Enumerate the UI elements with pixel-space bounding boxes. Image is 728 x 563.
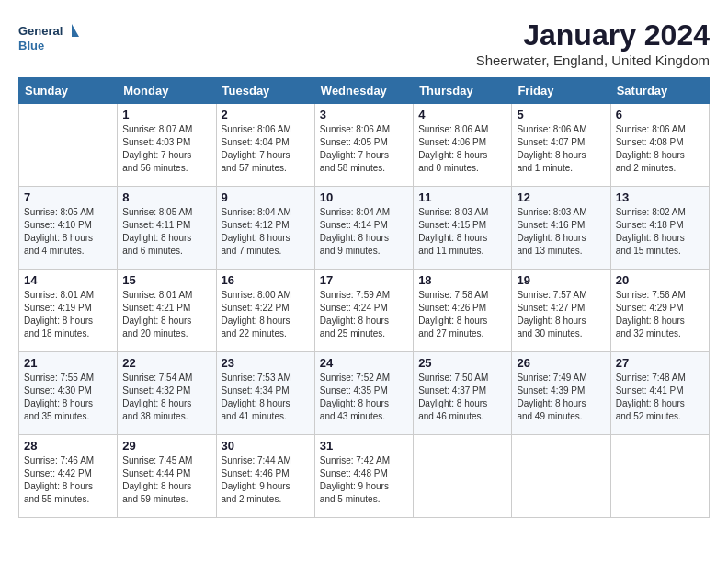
calendar-cell: 11Sunrise: 8:03 AMSunset: 4:15 PMDayligh…	[414, 187, 512, 270]
calendar-cell: 5Sunrise: 8:06 AMSunset: 4:07 PMDaylight…	[512, 104, 610, 187]
calendar-week-row: 28Sunrise: 7:46 AMSunset: 4:42 PMDayligh…	[19, 435, 710, 518]
day-number: 8	[122, 190, 210, 204]
calendar-cell: 29Sunrise: 7:45 AMSunset: 4:44 PMDayligh…	[118, 435, 216, 518]
col-header-wednesday: Wednesday	[314, 78, 413, 104]
calendar-cell: 8Sunrise: 8:05 AMSunset: 4:11 PMDaylight…	[118, 187, 216, 270]
logo-svg: General Blue	[18, 18, 83, 57]
calendar-cell: 10Sunrise: 8:04 AMSunset: 4:14 PMDayligh…	[314, 187, 413, 270]
calendar-cell: 24Sunrise: 7:52 AMSunset: 4:35 PMDayligh…	[314, 352, 413, 435]
day-number: 18	[418, 273, 506, 287]
day-info: Sunrise: 7:59 AMSunset: 4:24 PMDaylight:…	[320, 289, 408, 340]
day-number: 15	[122, 273, 210, 287]
day-number: 7	[24, 190, 112, 204]
day-info: Sunrise: 8:01 AMSunset: 4:21 PMDaylight:…	[122, 289, 210, 340]
calendar-cell: 23Sunrise: 7:53 AMSunset: 4:34 PMDayligh…	[216, 352, 314, 435]
day-number: 25	[418, 356, 506, 370]
day-info: Sunrise: 8:01 AMSunset: 4:19 PMDaylight:…	[24, 289, 112, 340]
calendar-cell: 26Sunrise: 7:49 AMSunset: 4:39 PMDayligh…	[512, 352, 610, 435]
calendar-cell: 7Sunrise: 8:05 AMSunset: 4:10 PMDaylight…	[19, 187, 118, 270]
day-info: Sunrise: 8:06 AMSunset: 4:04 PMDaylight:…	[222, 123, 310, 175]
day-info: Sunrise: 7:50 AMSunset: 4:37 PMDaylight:…	[418, 372, 506, 423]
calendar-cell: 6Sunrise: 8:06 AMSunset: 4:08 PMDaylight…	[610, 104, 709, 187]
month-title: January 2024	[476, 18, 710, 52]
day-number: 12	[517, 190, 605, 204]
logo: General Blue	[18, 18, 83, 57]
day-number: 30	[222, 439, 310, 453]
calendar-cell: 2Sunrise: 8:06 AMSunset: 4:04 PMDaylight…	[216, 104, 314, 187]
day-info: Sunrise: 8:06 AMSunset: 4:08 PMDaylight:…	[616, 123, 704, 175]
day-info: Sunrise: 7:57 AMSunset: 4:27 PMDaylight:…	[517, 289, 605, 340]
day-number: 31	[320, 439, 408, 453]
day-info: Sunrise: 7:53 AMSunset: 4:34 PMDaylight:…	[222, 372, 310, 423]
day-info: Sunrise: 7:49 AMSunset: 4:39 PMDaylight:…	[517, 372, 605, 423]
calendar-week-row: 14Sunrise: 8:01 AMSunset: 4:19 PMDayligh…	[19, 270, 710, 352]
day-number: 24	[320, 356, 408, 370]
day-info: Sunrise: 7:54 AMSunset: 4:32 PMDaylight:…	[122, 372, 210, 423]
calendar-cell: 28Sunrise: 7:46 AMSunset: 4:42 PMDayligh…	[19, 435, 118, 518]
calendar-cell	[414, 435, 512, 518]
calendar-cell: 30Sunrise: 7:44 AMSunset: 4:46 PMDayligh…	[216, 435, 314, 518]
day-number: 27	[616, 356, 704, 370]
calendar-cell: 25Sunrise: 7:50 AMSunset: 4:37 PMDayligh…	[414, 352, 512, 435]
svg-marker-2	[72, 24, 79, 37]
day-number: 20	[616, 273, 704, 287]
day-info: Sunrise: 8:05 AMSunset: 4:11 PMDaylight:…	[122, 206, 210, 258]
calendar-week-row: 7Sunrise: 8:05 AMSunset: 4:10 PMDaylight…	[19, 187, 710, 270]
day-info: Sunrise: 7:58 AMSunset: 4:26 PMDaylight:…	[418, 289, 506, 340]
calendar-cell: 3Sunrise: 8:06 AMSunset: 4:05 PMDaylight…	[314, 104, 413, 187]
calendar-week-row: 21Sunrise: 7:55 AMSunset: 4:30 PMDayligh…	[19, 352, 710, 435]
calendar-cell: 13Sunrise: 8:02 AMSunset: 4:18 PMDayligh…	[610, 187, 709, 270]
svg-text:General: General	[18, 24, 63, 38]
day-info: Sunrise: 7:56 AMSunset: 4:29 PMDaylight:…	[616, 289, 704, 340]
location-subtitle: Sheerwater, England, United Kingdom	[476, 52, 710, 68]
calendar-cell	[19, 104, 118, 187]
title-block: January 2024 Sheerwater, England, United…	[476, 18, 710, 68]
day-number: 29	[122, 439, 210, 453]
calendar-cell: 15Sunrise: 8:01 AMSunset: 4:21 PMDayligh…	[118, 270, 216, 352]
day-number: 19	[517, 273, 605, 287]
day-number: 4	[418, 108, 506, 121]
day-number: 23	[222, 356, 310, 370]
calendar-cell: 4Sunrise: 8:06 AMSunset: 4:06 PMDaylight…	[414, 104, 512, 187]
day-info: Sunrise: 8:00 AMSunset: 4:22 PMDaylight:…	[222, 289, 310, 340]
calendar-cell: 22Sunrise: 7:54 AMSunset: 4:32 PMDayligh…	[118, 352, 216, 435]
day-number: 10	[320, 190, 408, 204]
day-number: 9	[222, 190, 310, 204]
day-info: Sunrise: 8:06 AMSunset: 4:06 PMDaylight:…	[418, 123, 506, 175]
day-info: Sunrise: 8:05 AMSunset: 4:10 PMDaylight:…	[24, 206, 112, 258]
day-info: Sunrise: 8:03 AMSunset: 4:15 PMDaylight:…	[418, 206, 506, 258]
day-info: Sunrise: 7:55 AMSunset: 4:30 PMDaylight:…	[24, 372, 112, 423]
col-header-saturday: Saturday	[610, 78, 709, 104]
day-info: Sunrise: 8:06 AMSunset: 4:07 PMDaylight:…	[517, 123, 605, 175]
day-number: 16	[222, 273, 310, 287]
day-info: Sunrise: 8:06 AMSunset: 4:05 PMDaylight:…	[320, 123, 408, 175]
calendar-cell: 1Sunrise: 8:07 AMSunset: 4:03 PMDaylight…	[118, 104, 216, 187]
calendar-cell: 21Sunrise: 7:55 AMSunset: 4:30 PMDayligh…	[19, 352, 118, 435]
day-number: 6	[616, 108, 704, 121]
svg-text:Blue: Blue	[18, 39, 44, 52]
day-info: Sunrise: 8:07 AMSunset: 4:03 PMDaylight:…	[122, 123, 210, 175]
calendar-cell: 18Sunrise: 7:58 AMSunset: 4:26 PMDayligh…	[414, 270, 512, 352]
day-info: Sunrise: 7:44 AMSunset: 4:46 PMDaylight:…	[222, 454, 310, 506]
calendar-week-row: 1Sunrise: 8:07 AMSunset: 4:03 PMDaylight…	[19, 104, 710, 187]
day-info: Sunrise: 7:52 AMSunset: 4:35 PMDaylight:…	[320, 372, 408, 423]
calendar-cell: 16Sunrise: 8:00 AMSunset: 4:22 PMDayligh…	[216, 270, 314, 352]
col-header-tuesday: Tuesday	[216, 78, 314, 104]
calendar-cell: 31Sunrise: 7:42 AMSunset: 4:48 PMDayligh…	[314, 435, 413, 518]
calendar-cell	[610, 435, 709, 518]
day-info: Sunrise: 8:04 AMSunset: 4:12 PMDaylight:…	[222, 206, 310, 258]
day-number: 11	[418, 190, 506, 204]
day-info: Sunrise: 8:03 AMSunset: 4:16 PMDaylight:…	[517, 206, 605, 258]
col-header-friday: Friday	[512, 78, 610, 104]
calendar-cell: 19Sunrise: 7:57 AMSunset: 4:27 PMDayligh…	[512, 270, 610, 352]
day-number: 28	[24, 439, 112, 453]
day-number: 5	[517, 108, 605, 121]
calendar-cell: 20Sunrise: 7:56 AMSunset: 4:29 PMDayligh…	[610, 270, 709, 352]
day-number: 14	[24, 273, 112, 287]
day-number: 13	[616, 190, 704, 204]
day-info: Sunrise: 7:42 AMSunset: 4:48 PMDaylight:…	[320, 454, 408, 506]
calendar-cell: 12Sunrise: 8:03 AMSunset: 4:16 PMDayligh…	[512, 187, 610, 270]
day-info: Sunrise: 7:45 AMSunset: 4:44 PMDaylight:…	[122, 454, 210, 506]
day-info: Sunrise: 7:48 AMSunset: 4:41 PMDaylight:…	[616, 372, 704, 423]
calendar-table: SundayMondayTuesdayWednesdayThursdayFrid…	[18, 77, 710, 518]
